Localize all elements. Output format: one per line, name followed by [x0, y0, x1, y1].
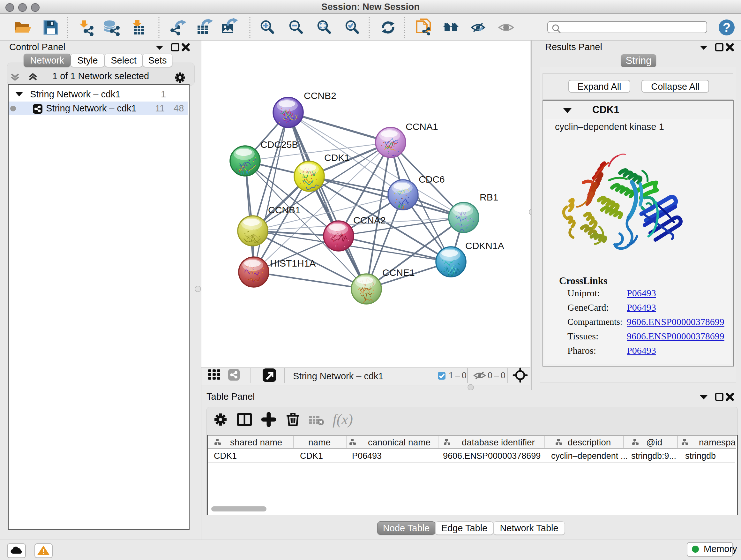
svg-text:shared name: shared name	[230, 437, 282, 447]
svg-text:CCNA2: CCNA2	[353, 215, 386, 226]
svg-text:0 – 0: 0 – 0	[488, 371, 506, 380]
svg-text:f(x): f(x)	[333, 411, 353, 428]
svg-text:9606.ENSP00000378699: 9606.ENSP00000378699	[443, 451, 541, 461]
svg-text:1 – 0: 1 – 0	[449, 371, 467, 380]
svg-text:CDC25B: CDC25B	[260, 139, 298, 150]
svg-text:CCNA1: CCNA1	[406, 121, 438, 132]
svg-text:CDKN1A: CDKN1A	[465, 240, 504, 251]
svg-text:CDK1: CDK1	[300, 451, 323, 461]
svg-text:stringdb:9...: stringdb:9...	[631, 451, 676, 461]
svg-text:database identifier: database identifier	[462, 437, 535, 447]
svg-text:description: description	[568, 437, 611, 447]
svg-text:cyclin–dependent ...: cyclin–dependent ...	[551, 451, 628, 461]
svg-text:CDK1: CDK1	[214, 451, 237, 461]
svg-text:@id: @id	[646, 437, 662, 447]
svg-text:CCNB2: CCNB2	[304, 90, 336, 101]
svg-text:RB1: RB1	[480, 192, 498, 202]
svg-text:HIST1H1A: HIST1H1A	[270, 258, 316, 268]
svg-text:CDK1: CDK1	[324, 152, 350, 163]
svg-text:CCNB1: CCNB1	[268, 205, 300, 215]
svg-text:CDC6: CDC6	[419, 174, 445, 185]
svg-text:namespac: namespac	[699, 437, 736, 447]
svg-text:canonical name: canonical name	[368, 437, 430, 447]
svg-text:P06493: P06493	[352, 451, 382, 461]
svg-text:stringdb: stringdb	[685, 451, 716, 461]
svg-text:name: name	[308, 437, 331, 447]
svg-text:?: ?	[723, 20, 731, 35]
svg-text:CCNE1: CCNE1	[382, 267, 415, 278]
